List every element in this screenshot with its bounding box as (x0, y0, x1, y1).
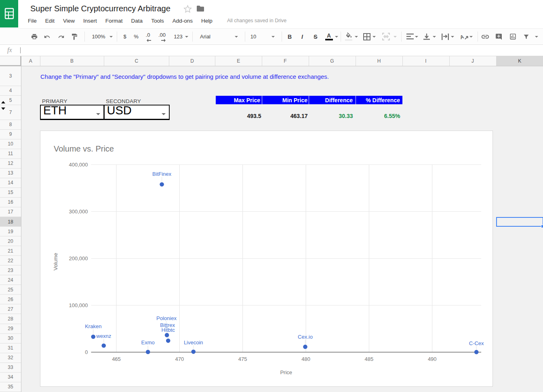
column-header-B[interactable]: B (40, 56, 104, 66)
row-header-4[interactable]: 4 (0, 86, 21, 96)
column-header-A[interactable]: A (21, 56, 40, 66)
secondary-label[interactable]: SECONDARY (106, 98, 141, 104)
sheets-logo[interactable] (0, 0, 18, 27)
column-header-J[interactable]: J (450, 56, 497, 66)
row-header-10[interactable]: 10 (0, 139, 21, 149)
horizontal-align-button[interactable] (406, 29, 414, 44)
fill-handle[interactable] (541, 225, 543, 228)
insert-chart-button[interactable] (508, 29, 518, 44)
row-header-14[interactable]: 14 (0, 178, 21, 188)
row-header-30[interactable]: 30 (0, 334, 21, 344)
row-header-9[interactable]: 9 (0, 130, 21, 139)
row-header-5[interactable]: 5 (0, 96, 21, 105)
row-header-27[interactable]: 27 (0, 304, 21, 314)
cell-note-text[interactable]: Change the "Primary" and "Secondary" dro… (40, 73, 329, 80)
column-header-F[interactable]: F (262, 56, 309, 66)
print-button[interactable] (30, 29, 38, 44)
horizontal-align-caret-icon[interactable] (415, 29, 419, 44)
row-header-16[interactable]: 16 (0, 198, 21, 207)
chart-card[interactable]: Volume vs. Price0100,000200,000300,00040… (40, 131, 493, 387)
number-format-button[interactable]: 123 (173, 29, 183, 44)
row-header-11[interactable]: 11 (0, 149, 21, 159)
row-header-13[interactable]: 13 (0, 169, 21, 178)
text-color-button[interactable]: A (325, 27, 333, 43)
row-header-8[interactable]: 8 (0, 120, 21, 130)
format-percent-button[interactable]: % (133, 29, 140, 44)
stats-header-pct-difference[interactable]: % Difference (356, 96, 402, 104)
insert-comment-button[interactable] (494, 29, 503, 44)
row-header-12[interactable]: 12 (0, 159, 21, 169)
row-header-26[interactable]: 26 (0, 295, 21, 304)
fill-color-button[interactable] (344, 28, 353, 44)
bold-button[interactable]: B (286, 29, 294, 44)
filter-button[interactable] (522, 29, 530, 44)
row-header-28[interactable]: 28 (0, 314, 21, 324)
row-header-24[interactable]: 24 (0, 275, 21, 285)
stat-max-price[interactable]: 493.5 (215, 113, 261, 119)
borders-button[interactable] (362, 29, 371, 44)
row-header-7[interactable]: 7 (0, 105, 21, 120)
stats-header-difference[interactable]: Difference (309, 96, 356, 104)
menu-data[interactable]: Data (131, 18, 143, 24)
selected-cell-outline[interactable] (496, 217, 543, 227)
text-wrap-button[interactable] (441, 29, 450, 44)
font-family-caret-icon[interactable] (234, 29, 238, 44)
stats-header-min-price[interactable]: Min Price (262, 96, 309, 104)
primary-label[interactable]: PRIMARY (42, 98, 67, 104)
row-header-3[interactable]: 3 (0, 66, 21, 86)
row-header-23[interactable]: 23 (0, 266, 21, 275)
font-family-select[interactable]: Arial (200, 29, 216, 44)
italic-button[interactable]: I (298, 29, 306, 44)
text-rotation-button[interactable]: A (460, 29, 469, 44)
column-header-D[interactable]: D (169, 56, 215, 66)
menu-insert[interactable]: Insert (83, 18, 97, 24)
menu-format[interactable]: Format (105, 18, 123, 24)
row-header-22[interactable]: 22 (0, 256, 21, 266)
menu-add-ons[interactable]: Add-ons (173, 18, 193, 24)
vertical-align-button[interactable] (423, 29, 431, 44)
document-title[interactable]: Super Simple Cryptocurrency Arbitrage (30, 4, 170, 13)
stat-min-price[interactable]: 463.17 (262, 113, 308, 119)
filter-caret-icon[interactable] (535, 29, 539, 44)
font-size-select[interactable]: 10 (249, 29, 257, 44)
text-rotation-caret-icon[interactable] (469, 29, 473, 44)
select-all-corner[interactable] (0, 56, 21, 66)
secondary-dropdown[interactable]: USD (104, 105, 170, 120)
menu-file[interactable]: File (28, 18, 37, 24)
undo-button[interactable] (43, 29, 51, 44)
star-icon[interactable] (183, 5, 192, 13)
text-color-caret-icon[interactable] (335, 29, 339, 44)
column-header-C[interactable]: C (104, 56, 170, 66)
row-header-20[interactable]: 20 (0, 236, 21, 246)
column-header-G[interactable]: G (309, 56, 356, 66)
merge-cells-button[interactable] (381, 29, 390, 44)
menu-help[interactable]: Help (201, 18, 213, 24)
save-status[interactable]: All changes saved in Drive (227, 16, 286, 25)
font-size-caret-icon[interactable] (271, 29, 275, 44)
strikethrough-button[interactable]: S (311, 29, 320, 44)
borders-caret-icon[interactable] (372, 29, 376, 44)
fill-color-caret-icon[interactable] (354, 29, 358, 44)
column-header-H[interactable]: H (356, 56, 403, 66)
row-header-31[interactable]: 31 (0, 344, 21, 353)
primary-dropdown[interactable]: ETH (40, 105, 104, 120)
text-wrap-caret-icon[interactable] (450, 29, 455, 44)
paint-format-button[interactable] (70, 29, 78, 44)
column-header-K[interactable]: K (497, 56, 543, 66)
format-currency-button[interactable]: $ (121, 29, 128, 44)
formula-bar[interactable] (0, 45, 543, 56)
menu-view[interactable]: View (63, 18, 75, 24)
row-header-29[interactable]: 29 (0, 324, 21, 334)
column-header-E[interactable]: E (215, 56, 262, 66)
row-header-32[interactable]: 32 (0, 353, 21, 363)
row-header-21[interactable]: 21 (0, 246, 21, 256)
row-header-17[interactable]: 17 (0, 207, 21, 217)
menu-tools[interactable]: Tools (151, 18, 164, 24)
vertical-align-caret-icon[interactable] (432, 29, 436, 44)
menu-edit[interactable]: Edit (45, 18, 55, 24)
stats-header-max-price[interactable]: Max Price (216, 96, 262, 104)
insert-link-button[interactable] (480, 29, 490, 44)
row-header-25[interactable]: 25 (0, 285, 21, 295)
row-header-15[interactable]: 15 (0, 188, 21, 198)
stat-difference[interactable]: 30.33 (309, 113, 353, 119)
